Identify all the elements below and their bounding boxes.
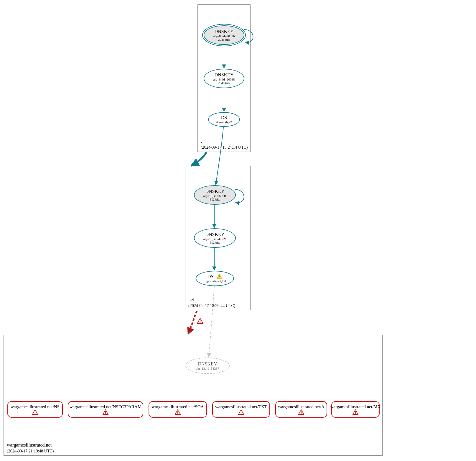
rr-a: wargamesillustrated.net/A bbox=[275, 401, 327, 418]
root-ksk-title: DNSKEY bbox=[215, 29, 234, 34]
rr-soa: wargamesillustrated.net/SOA bbox=[149, 401, 207, 418]
rr-nsec3param-label: wargamesillustrated.net/NSEC3PARAM bbox=[70, 404, 142, 409]
root-zsk-title: DNSKEY bbox=[215, 72, 234, 78]
root-zsk-bits: 2048 bits bbox=[218, 81, 230, 85]
rr-mx: wargamesillustrated.net/MX bbox=[331, 401, 380, 418]
error-icon bbox=[175, 409, 181, 415]
svg-rect-5 bbox=[35, 413, 35, 414]
zone-domain-timestamp: (2024-09-17 21:19:48 UTC) bbox=[7, 449, 54, 454]
net-ksk-alg: alg=13, id=37331 bbox=[203, 194, 226, 198]
zone-net-name: net bbox=[188, 297, 194, 302]
svg-rect-16 bbox=[301, 411, 302, 413]
rr-ns-label: wargamesillustrated.net/NS bbox=[11, 404, 60, 409]
net-zsk-title: DNSKEY bbox=[205, 232, 225, 237]
root-ds-alg: digest alg=2 bbox=[216, 120, 232, 124]
svg-rect-19 bbox=[355, 411, 356, 413]
edge-net-to-domain-broken bbox=[188, 311, 197, 334]
net-ds-title: DS bbox=[207, 274, 213, 279]
root-ksk-alg: alg=8, id=20326 bbox=[213, 34, 235, 38]
net-ds-alg: digest algs=1,2,4 bbox=[204, 279, 226, 283]
zone-root-name: . bbox=[201, 139, 202, 144]
rr-soa-label: wargamesillustrated.net/SOA bbox=[152, 404, 204, 409]
net-ksk-title: DNSKEY bbox=[205, 189, 225, 194]
zone-domain: wargamesillustrated.net (2024-09-17 21:1… bbox=[4, 335, 383, 456]
error-icon bbox=[103, 409, 108, 415]
svg-rect-17 bbox=[301, 413, 302, 414]
svg-rect-1 bbox=[219, 275, 220, 277]
svg-rect-14 bbox=[241, 413, 241, 414]
zone-net-timestamp: (2024-09-17 18:29:44 UTC) bbox=[188, 303, 235, 308]
error-icon bbox=[238, 409, 244, 415]
edge-root-to-net-delegation bbox=[191, 152, 206, 166]
svg-marker-21 bbox=[197, 318, 203, 324]
root-zsk-node: DNSKEY alg=8, id=20038 2048 bits bbox=[204, 69, 244, 88]
error-icon bbox=[298, 409, 304, 415]
svg-rect-8 bbox=[105, 413, 106, 414]
svg-rect-22 bbox=[200, 320, 200, 322]
rr-txt: wargamesillustrated.net/TXT bbox=[212, 401, 270, 418]
root-ksk-node: DNSKEY alg=8, id=20326 2048 bits bbox=[204, 25, 244, 45]
svg-rect-13 bbox=[241, 411, 241, 413]
domain-dnskey-alg: alg=13, id=51237 bbox=[196, 367, 219, 370]
warning-icon bbox=[216, 274, 222, 279]
net-zsk-alg: alg=13, id=42924 bbox=[203, 237, 226, 241]
error-icon bbox=[353, 409, 358, 415]
svg-rect-20 bbox=[355, 413, 356, 414]
rr-txt-label: wargamesillustrated.net/TXT bbox=[215, 404, 267, 409]
root-ksk-bits: 2048 bits bbox=[218, 38, 230, 41]
svg-rect-7 bbox=[105, 411, 106, 413]
root-ds-node: DS digest alg=2 bbox=[208, 112, 240, 127]
zone-root-timestamp: (2024-09-17 15:24:14 UTC) bbox=[201, 145, 248, 150]
net-zsk-bits: 512 bits bbox=[210, 241, 220, 244]
root-ds-title: DS bbox=[221, 115, 227, 120]
domain-dnskey-node: DNSKEY alg=13, id=51237 bbox=[185, 357, 230, 374]
rr-ns: wargamesillustrated.net/NS bbox=[7, 401, 63, 418]
net-ksk-node: DNSKEY alg=13, id=37331 512 bits bbox=[194, 185, 236, 205]
svg-rect-11 bbox=[177, 413, 178, 414]
rr-mx-label: wargamesillustrated.net/MX bbox=[330, 404, 381, 409]
rr-nsec3param: wargamesillustrated.net/NSEC3PARAM bbox=[68, 401, 143, 418]
net-ksk-bits: 512 bits bbox=[210, 198, 220, 201]
error-icon bbox=[197, 318, 203, 324]
svg-rect-23 bbox=[200, 322, 200, 323]
zone-domain-name: wargamesillustrated.net bbox=[7, 442, 52, 448]
svg-rect-2 bbox=[219, 278, 220, 278]
svg-rect-10 bbox=[177, 411, 178, 413]
net-ds-node: DS digest algs=1,2,4 bbox=[196, 271, 234, 286]
net-zsk-node: DNSKEY alg=13, id=42924 512 bits bbox=[194, 228, 236, 248]
root-zsk-alg: alg=8, id=20038 bbox=[213, 78, 235, 81]
error-icon bbox=[32, 409, 38, 415]
domain-dnskey-title: DNSKEY bbox=[198, 361, 217, 367]
svg-rect-4 bbox=[35, 411, 35, 413]
rr-a-label: wargamesillustrated.net/A bbox=[278, 404, 325, 409]
